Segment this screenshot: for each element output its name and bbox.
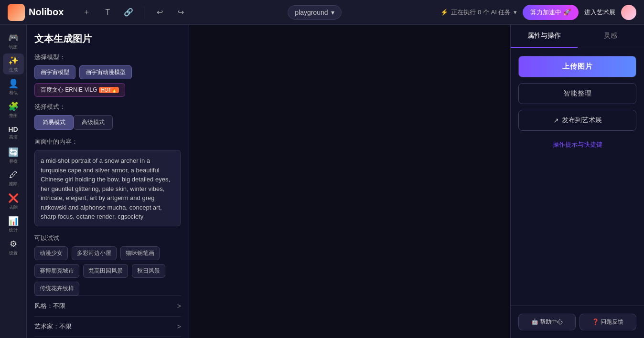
status-chevron-icon: ▾: [514, 9, 517, 16]
toolbar-divider: [144, 6, 144, 19]
similar-icon: 👤: [8, 78, 19, 89]
status-label: 正在执行 0 个 AI 任务: [451, 8, 511, 17]
topbar-center: playground ▾: [196, 5, 433, 20]
remove-icon: ❌: [8, 193, 19, 203]
sidebar-pad-label: 垫图: [9, 113, 18, 119]
mode-advanced-button[interactable]: 高级模式: [74, 115, 113, 130]
style-label: 风格：不限: [34, 302, 65, 310]
logo: Nolibox: [8, 4, 64, 21]
right-panel: 属性与操作 灵感 上传图片 智能整理 ↗ 发布到艺术展 操作提示与快捷键 🤖 帮…: [510, 25, 644, 338]
try-tags: 动漫少女 多彩河边小屋 猫咪钢笔画 赛博朋克城市 梵高田园风景 秋日风景 传统花…: [34, 246, 181, 296]
playground-button[interactable]: playground ▾: [288, 5, 341, 20]
try-tag-4[interactable]: 梵高田园风景: [83, 264, 128, 278]
replace-icon: 🔄: [8, 147, 19, 158]
share-icon: ↗: [553, 116, 559, 124]
sidebar-remove-label: 去除: [9, 204, 18, 211]
mode-simple-button[interactable]: 简易模式: [34, 115, 74, 130]
model-btn-ernie[interactable]: 百度文心 ERNIE-ViLG HOT🔥: [34, 83, 125, 97]
right-bottom: 🤖 帮助中心 ❓ 问题反馈: [511, 306, 644, 338]
ops-link[interactable]: 操作提示与快捷键: [518, 140, 636, 149]
hot-badge: HOT🔥: [99, 87, 118, 93]
sidebar-item-erase[interactable]: 🖊 擦除: [3, 168, 24, 189]
enter-art-button[interactable]: 进入艺术展: [584, 8, 615, 17]
try-tag-6[interactable]: 传统花卉纹样: [34, 282, 79, 296]
right-tabs: 属性与操作 灵感: [511, 25, 644, 48]
try-tag-0[interactable]: 动漫少女: [34, 246, 68, 260]
model-section-label: 选择模型：: [34, 53, 181, 62]
model-btn-anime[interactable]: 画宇宙动漫模型: [79, 65, 132, 79]
sidebar-item-stats[interactable]: 📊 统计: [3, 214, 24, 235]
sidebar-item-play[interactable]: 🎮 玩图: [3, 31, 24, 52]
chevron-down-icon: ▾: [331, 9, 334, 16]
sidebar-item-hd[interactable]: HD 高清: [3, 122, 24, 143]
artist-label: 艺术家：不限: [34, 322, 72, 331]
try-tag-3[interactable]: 赛博朋克城市: [34, 264, 79, 278]
toolbar: ＋ T 🔗 ↩ ↪: [79, 5, 188, 20]
topbar-right: ⚡ 正在执行 0 个 AI 任务 ▾ 算力加速中 🚀 进入艺术展: [440, 5, 636, 20]
sidebar-play-label: 玩图: [9, 44, 18, 50]
erase-icon: 🖊: [9, 170, 18, 180]
hd-icon: HD: [8, 126, 18, 133]
link-button[interactable]: 🔗: [121, 5, 136, 20]
right-content: 上传图片 智能整理 ↗ 发布到艺术展 操作提示与快捷键: [511, 48, 644, 306]
sidebar-generate-label: 生成: [9, 67, 18, 73]
try-tag-1[interactable]: 多彩河边小屋: [72, 246, 117, 260]
mode-buttons: 简易模式 高级模式: [34, 115, 181, 130]
text-button[interactable]: T: [100, 5, 115, 20]
sidebar-replace-label: 替换: [9, 158, 18, 165]
left-panel: 文本生成图片 选择模型： 画宇宙模型 画宇宙动漫模型 百度文心 ERNIE-Vi…: [27, 25, 189, 338]
try-label: 可以试试: [34, 234, 181, 243]
help-center-button[interactable]: 🤖 帮助中心: [518, 314, 576, 330]
stats-icon: 📊: [8, 216, 19, 226]
sidebar-item-remove[interactable]: ❌ 去除: [3, 191, 24, 212]
generate-icon: ✨: [8, 55, 19, 66]
speed-button[interactable]: 算力加速中 🚀: [523, 5, 579, 20]
ernie-label: 百度文心 ERNIE-ViLG: [41, 86, 97, 94]
playground-label: playground: [295, 9, 328, 16]
panel-title: 文本生成图片: [34, 32, 181, 45]
topbar: Nolibox ＋ T 🔗 ↩ ↪ playground ▾ ⚡ 正在执行 0 …: [0, 0, 644, 25]
artist-option-row[interactable]: 艺术家：不限 >: [34, 316, 181, 337]
sidebar-settings-label: 设置: [9, 250, 18, 256]
sidebar-item-generate[interactable]: ✨ 生成: [3, 53, 24, 74]
try-tag-2[interactable]: 猫咪钢笔画: [120, 246, 160, 260]
sidebar-item-pad[interactable]: 🧩 垫图: [3, 99, 24, 120]
artist-chevron-icon: >: [177, 323, 181, 330]
tab-attributes[interactable]: 属性与操作: [511, 25, 578, 48]
redo-button[interactable]: ↪: [173, 5, 188, 20]
sidebar-item-settings[interactable]: ⚙ 设置: [3, 237, 24, 258]
pad-icon: 🧩: [8, 101, 19, 112]
organize-button[interactable]: 智能整理: [518, 83, 636, 104]
sidebar-erase-label: 擦除: [9, 181, 18, 187]
add-button[interactable]: ＋: [79, 5, 94, 20]
sidebar-stats-label: 统计: [9, 227, 18, 233]
model-buttons: 画宇宙模型 画宇宙动漫模型 百度文心 ERNIE-ViLG HOT🔥: [34, 65, 181, 97]
upload-button[interactable]: 上传图片: [518, 56, 636, 77]
style-option-row[interactable]: 风格：不限 >: [34, 296, 181, 316]
settings-icon: ⚙: [10, 239, 17, 249]
avatar[interactable]: [621, 5, 636, 20]
prompt-textarea[interactable]: a mid-shot portrait of a snow archer in …: [34, 150, 181, 226]
sidebar-item-replace[interactable]: 🔄 替换: [3, 145, 24, 166]
tab-inspiration[interactable]: 灵感: [578, 25, 644, 48]
model-btn-universe[interactable]: 画宇宙模型: [34, 65, 75, 79]
share-button[interactable]: ↗ 发布到艺术展: [518, 110, 636, 131]
try-section: 可以试试 动漫少女 多彩河边小屋 猫咪钢笔画 赛博朋克城市 梵高田园风景 秋日风…: [34, 234, 181, 296]
share-label: 发布到艺术展: [562, 116, 602, 125]
sidebar-item-similar[interactable]: 👤 相似: [3, 76, 24, 97]
play-icon: 🎮: [8, 32, 19, 43]
sidebar-similar-label: 相似: [9, 90, 18, 96]
canvas-area: [189, 25, 510, 338]
logo-icon: [8, 4, 25, 21]
status-indicator: ⚡: [440, 9, 448, 16]
undo-button[interactable]: ↩: [152, 5, 167, 20]
mode-section-label: 选择模式：: [34, 103, 181, 111]
sidebar-hd-label: 高清: [9, 134, 18, 140]
logo-text: Nolibox: [29, 7, 64, 18]
try-tag-5[interactable]: 秋日风景: [132, 264, 165, 278]
main: 🎮 玩图 ✨ 生成 👤 相似 🧩 垫图 HD 高清 🔄 替换 🖊 擦除 ❌: [0, 25, 644, 338]
style-chevron-icon: >: [177, 302, 181, 310]
icon-sidebar: 🎮 玩图 ✨ 生成 👤 相似 🧩 垫图 HD 高清 🔄 替换 🖊 擦除 ❌: [0, 25, 27, 338]
feedback-button[interactable]: ❓ 问题反馈: [580, 314, 637, 330]
ai-status-button[interactable]: ⚡ 正在执行 0 个 AI 任务 ▾: [440, 8, 517, 17]
